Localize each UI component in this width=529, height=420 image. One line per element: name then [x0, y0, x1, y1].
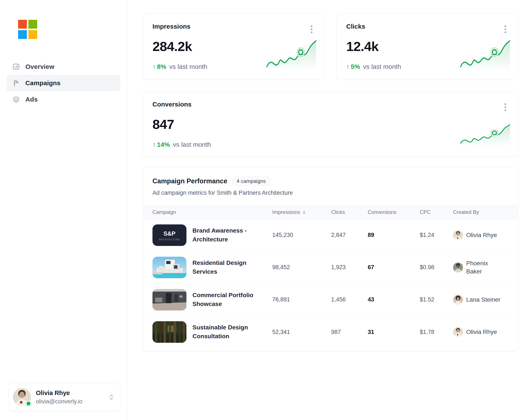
change-percent: 8%	[157, 63, 166, 70]
impressions-value: 145,230	[272, 232, 331, 238]
user-email: olivia@converly.io	[36, 398, 82, 405]
stat-card-conversions: Conversions 847 ↑14% vs last month	[143, 92, 518, 157]
logo-square-blue	[18, 30, 27, 39]
stat-card-clicks: Clicks 12.4k ↑5% vs last month	[337, 14, 518, 80]
section-title: Campaign Performance	[152, 177, 227, 185]
impressions-value: 98,452	[272, 264, 331, 271]
arrow-up-icon: ↑	[152, 63, 156, 70]
logo-square-yellow	[28, 30, 37, 39]
campaign-performance-card: Campaign Performance 4 campaigns Ad camp…	[143, 167, 518, 351]
user-name: Olivia Rhye	[36, 390, 82, 396]
stat-card-impressions: Impressions 284.2k ↑8% vs last month	[143, 14, 325, 80]
logo-square-green	[28, 20, 37, 29]
sparkline-chart	[266, 36, 316, 71]
kebab-menu-button[interactable]	[308, 23, 316, 35]
change-percent: 14%	[157, 141, 170, 148]
stat-title: Impressions	[152, 23, 315, 30]
stat-title: Clicks	[346, 23, 509, 30]
change-percent: 5%	[351, 63, 360, 70]
creator-avatar	[453, 262, 463, 272]
campaign-cell: Sustainable Design Consultation	[152, 321, 272, 343]
table-header-row: Campaign Impressions Clicks Conversions …	[143, 205, 518, 219]
user-profile-card[interactable]: Olivia Rhye olivia@converly.io	[8, 383, 120, 411]
up-down-chevron-icon[interactable]	[109, 394, 114, 400]
sidebar-item-campaigns[interactable]: Campaigns	[6, 75, 120, 91]
clicks-value: 1,923	[331, 264, 368, 271]
sidebar-item-label: Campaigns	[25, 79, 61, 87]
layers-icon	[13, 96, 20, 103]
main-content: Impressions 284.2k ↑8% vs last month Cli…	[127, 0, 529, 420]
creator-name: Lana Steiner	[466, 296, 500, 304]
column-header-campaign[interactable]: Campaign	[152, 209, 272, 215]
campaign-name: Sustainable Design Consultation	[192, 323, 264, 341]
column-header-conversions[interactable]: Conversions	[368, 209, 420, 215]
avatar-phoenix-baker	[453, 262, 463, 272]
sidebar-item-ads[interactable]: Ads	[6, 91, 120, 108]
sidebar-item-overview[interactable]: Overview	[6, 58, 120, 75]
conversions-value: 67	[368, 264, 420, 271]
campaign-cell: S&P ARCHITECTURE Brand Awareness - Archi…	[152, 224, 272, 246]
creator-avatar	[453, 295, 463, 305]
creator-name: Olivia Rhye	[466, 328, 497, 336]
creator-name: Phoenix Baker	[466, 259, 502, 276]
impressions-value: 52,341	[272, 329, 331, 336]
conversions-value: 89	[368, 232, 420, 238]
avatar-olivia-rhye	[453, 327, 463, 337]
campaign-thumbnail-house	[152, 257, 186, 278]
kebab-menu-button[interactable]	[502, 101, 509, 113]
sidebar-item-label: Overview	[25, 63, 54, 70]
table-body: S&P ARCHITECTURE Brand Awareness - Archi…	[143, 219, 518, 348]
table-row[interactable]: Residential Design Services 98,452 1,923…	[143, 251, 518, 284]
stat-change: ↑14% vs last month	[152, 141, 509, 148]
sort-arrow-down-icon	[302, 210, 306, 215]
arrow-up-icon: ↑	[152, 141, 156, 148]
cpc-value: $1.52	[420, 296, 453, 303]
clicks-value: 2,847	[331, 232, 368, 238]
cpc-value: $1.24	[420, 232, 453, 238]
stat-title: Conversions	[152, 101, 509, 108]
clicks-value: 987	[331, 329, 368, 336]
change-suffix: vs last month	[173, 141, 211, 148]
column-header-impressions[interactable]: Impressions	[272, 209, 331, 215]
campaign-thumbnail-sp-architecture: S&P ARCHITECTURE	[152, 224, 186, 246]
clicks-sparkline	[460, 36, 510, 71]
svg-text:ARCHITECTURE: ARCHITECTURE	[159, 238, 180, 241]
kebab-menu-button[interactable]	[502, 23, 509, 35]
creator-name: Olivia Rhye	[466, 231, 497, 239]
column-header-cpc[interactable]: CPC	[420, 209, 453, 215]
created-by-cell: Phoenix Baker	[453, 259, 509, 276]
campaign-cell: Residential Design Services	[152, 257, 272, 278]
created-by-cell: Olivia Rhye	[453, 230, 509, 240]
campaign-thumbnail	[152, 289, 186, 311]
campaign-count-badge: 4 campaigns	[232, 177, 270, 186]
table-row[interactable]: Commercial Portfolio Showcase 76,891 1,4…	[143, 284, 518, 316]
svg-text:S&P: S&P	[163, 230, 175, 237]
impressions-sparkline	[266, 36, 316, 71]
column-header-created-by[interactable]: Created By	[453, 209, 509, 215]
flag-icon	[13, 79, 20, 87]
cpc-value: $1.78	[420, 329, 453, 336]
campaign-performance-header: Campaign Performance 4 campaigns Ad camp…	[143, 167, 518, 205]
stat-cards-row: Impressions 284.2k ↑8% vs last month Cli…	[143, 14, 518, 80]
campaign-thumbnail: S&P ARCHITECTURE	[152, 224, 186, 246]
user-info: Olivia Rhye olivia@converly.io	[36, 390, 82, 405]
user-avatar	[13, 388, 31, 406]
cpc-value: $0.98	[420, 264, 453, 271]
campaign-thumbnail-forest	[152, 321, 186, 343]
column-header-clicks[interactable]: Clicks	[331, 209, 368, 215]
sidebar: Overview Campaigns Ads	[0, 0, 127, 420]
creator-avatar	[453, 327, 463, 337]
change-suffix: vs last month	[169, 63, 207, 70]
table-row[interactable]: Sustainable Design Consultation 52,341 9…	[143, 316, 518, 348]
logo-square-red	[18, 20, 27, 29]
campaign-name: Residential Design Services	[192, 259, 264, 276]
avatar-olivia-rhye	[453, 230, 463, 240]
stat-value: 847	[152, 117, 509, 132]
table-row[interactable]: S&P ARCHITECTURE Brand Awareness - Archi…	[143, 219, 518, 251]
conversions-sparkline	[460, 121, 510, 146]
clicks-value: 1,456	[331, 296, 368, 303]
sidebar-nav: Overview Campaigns Ads	[6, 58, 120, 108]
sparkline-chart	[460, 36, 510, 71]
avatar-lana-steiner	[453, 295, 463, 305]
arrow-up-icon: ↑	[346, 63, 349, 70]
